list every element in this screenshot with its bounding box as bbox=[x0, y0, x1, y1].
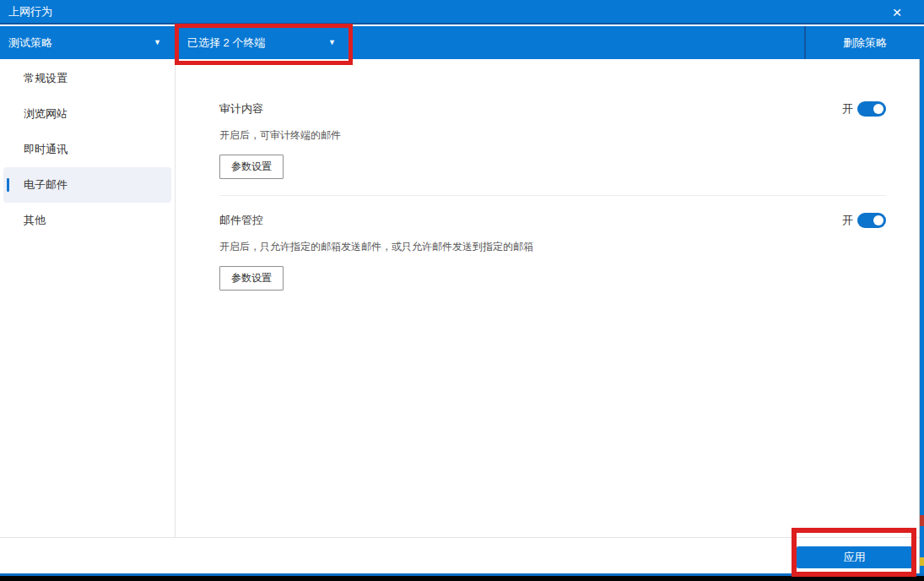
policy-name-dropdown[interactable]: 测试策略 ▼ bbox=[0, 26, 176, 59]
sidebar-item-general-settings[interactable]: 常规设置 bbox=[0, 61, 175, 96]
footer-divider bbox=[0, 537, 924, 538]
section-divider bbox=[219, 195, 886, 196]
param-settings-button[interactable]: 参数设置 bbox=[219, 266, 284, 290]
sidebar-item-email[interactable]: 电子邮件 bbox=[3, 167, 171, 203]
toolbar-spacer bbox=[353, 26, 804, 59]
scroll-marker-red bbox=[920, 515, 924, 526]
toggle-knob bbox=[873, 104, 883, 114]
toggle-state-label: 开 bbox=[842, 213, 853, 228]
caret-down-icon: ▼ bbox=[328, 38, 336, 46]
apply-button[interactable]: 应用 bbox=[797, 546, 912, 568]
section-description: 开启后，可审计终端的邮件 bbox=[219, 128, 886, 143]
section-header: 邮件管控 开 bbox=[219, 213, 886, 228]
mail-control-toggle[interactable]: 开 bbox=[842, 213, 886, 228]
audit-content-toggle[interactable]: 开 bbox=[842, 101, 886, 117]
toggle-switch-icon[interactable] bbox=[857, 213, 886, 228]
section-description: 开启后，只允许指定的邮箱发送邮件，或只允许邮件发送到指定的邮箱 bbox=[219, 240, 886, 254]
toggle-knob bbox=[873, 215, 883, 225]
toggle-state-label: 开 bbox=[842, 101, 853, 117]
section-title: 邮件管控 bbox=[219, 213, 263, 228]
delete-policy-button[interactable]: 删除策略 bbox=[806, 26, 924, 59]
toggle-switch-icon[interactable] bbox=[857, 101, 886, 117]
section-title: 审计内容 bbox=[219, 101, 263, 117]
section-mail-control: 邮件管控 开 开启后，只允许指定的邮箱发送邮件，或只允许邮件发送到指定的邮箱 参… bbox=[219, 213, 886, 290]
dialog-titlebar: 上网行为 × bbox=[0, 0, 924, 24]
right-scroll-strip[interactable] bbox=[919, 59, 924, 574]
settings-sidebar: 常规设置 浏览网站 即时通讯 电子邮件 其他 bbox=[0, 59, 176, 537]
policy-toolbar: 测试策略 ▼ 已选择 2 个终端 ▼ 删除策略 bbox=[0, 26, 924, 59]
internet-behavior-dialog: 上网行为 × 测试策略 ▼ 已选择 2 个终端 ▼ 删除策略 常规设置 浏览网站… bbox=[0, 0, 924, 581]
sidebar-item-other[interactable]: 其他 bbox=[0, 203, 175, 238]
scroll-marker-yellow bbox=[920, 557, 924, 566]
section-audit-content: 审计内容 开 开启后，可审计终端的邮件 参数设置 bbox=[219, 101, 886, 179]
screen-bottom-bar bbox=[0, 576, 924, 581]
sidebar-item-browse-websites[interactable]: 浏览网站 bbox=[0, 96, 175, 132]
dialog-title: 上网行为 bbox=[8, 4, 52, 19]
device-dropdown-label: 已选择 2 个终端 bbox=[187, 35, 265, 51]
section-header: 审计内容 开 bbox=[219, 101, 886, 117]
email-settings-panel: 审计内容 开 开启后，可审计终端的邮件 参数设置 邮件管控 开 开启后，只允许指… bbox=[176, 59, 919, 537]
policy-name-label: 测试策略 bbox=[8, 35, 52, 51]
caret-down-icon: ▼ bbox=[154, 38, 161, 46]
sidebar-item-instant-messaging[interactable]: 即时通讯 bbox=[0, 132, 175, 167]
close-icon[interactable]: × bbox=[884, 0, 910, 24]
param-settings-button[interactable]: 参数设置 bbox=[219, 155, 284, 179]
device-dropdown[interactable]: 已选择 2 个终端 ▼ bbox=[176, 26, 353, 59]
